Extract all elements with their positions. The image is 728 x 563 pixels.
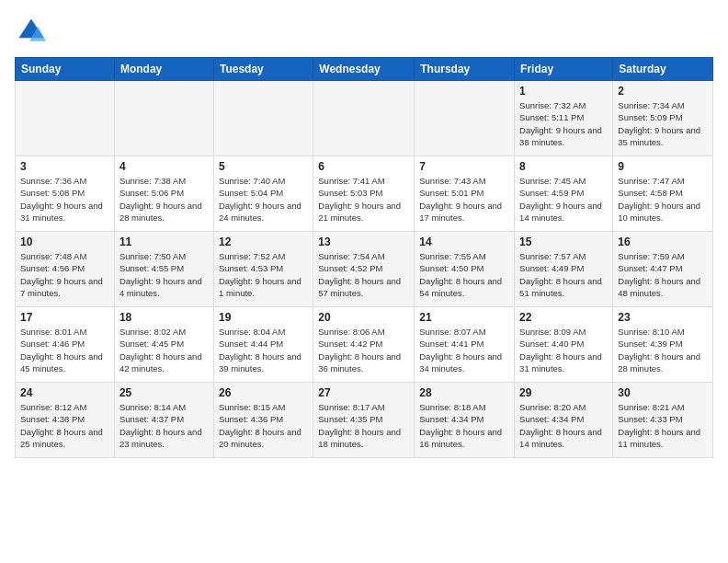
day-info: Sunrise: 7:54 AM Sunset: 4:52 PM Dayligh… [318,250,409,299]
day-number: 3 [20,160,109,173]
calendar-cell: 6Sunrise: 7:41 AM Sunset: 5:03 PM Daylig… [313,156,415,232]
day-info: Sunrise: 8:07 AM Sunset: 4:41 PM Dayligh… [419,326,509,374]
day-info: Sunrise: 7:55 AM Sunset: 4:50 PM Dayligh… [419,250,509,299]
calendar-cell [415,81,515,156]
day-info: Sunrise: 7:40 AM Sunset: 5:04 PM Dayligh… [219,175,308,224]
day-number: 22 [519,311,608,324]
calendar-cell: 24Sunrise: 8:12 AM Sunset: 4:38 PM Dayli… [16,383,115,458]
day-number: 13 [318,236,409,248]
day-info: Sunrise: 7:38 AM Sunset: 5:06 PM Dayligh… [119,175,209,224]
day-info: Sunrise: 8:20 AM Sunset: 4:34 PM Dayligh… [519,401,608,450]
day-info: Sunrise: 7:41 AM Sunset: 5:03 PM Dayligh… [318,175,409,224]
week-row-4: 17Sunrise: 8:01 AM Sunset: 4:46 PM Dayli… [16,307,713,383]
day-number: 1 [519,85,608,98]
calendar-cell: 8Sunrise: 7:45 AM Sunset: 4:59 PM Daylig… [515,156,613,232]
weekday-monday: Monday [114,58,213,81]
calendar-cell: 29Sunrise: 8:20 AM Sunset: 4:34 PM Dayli… [515,383,613,458]
calendar-cell: 4Sunrise: 7:38 AM Sunset: 5:06 PM Daylig… [114,156,213,232]
day-number: 19 [219,311,308,324]
day-number: 9 [618,160,708,173]
calendar-cell: 12Sunrise: 7:52 AM Sunset: 4:53 PM Dayli… [213,232,313,307]
calendar-cell [16,81,115,156]
day-info: Sunrise: 8:09 AM Sunset: 4:40 PM Dayligh… [519,326,608,374]
calendar-cell: 13Sunrise: 7:54 AM Sunset: 4:52 PM Dayli… [313,232,415,307]
weekday-header-row: SundayMondayTuesdayWednesdayThursdayFrid… [16,58,713,81]
calendar-cell: 18Sunrise: 8:02 AM Sunset: 4:45 PM Dayli… [114,307,213,383]
calendar-cell: 26Sunrise: 8:15 AM Sunset: 4:36 PM Dayli… [213,383,313,458]
calendar-cell: 1Sunrise: 7:32 AM Sunset: 5:11 PM Daylig… [515,81,613,156]
day-info: Sunrise: 8:14 AM Sunset: 4:37 PM Dayligh… [119,401,209,450]
day-info: Sunrise: 7:59 AM Sunset: 4:47 PM Dayligh… [618,250,708,299]
day-info: Sunrise: 8:02 AM Sunset: 4:45 PM Dayligh… [119,326,209,374]
day-number: 14 [419,236,509,248]
week-row-3: 10Sunrise: 7:48 AM Sunset: 4:56 PM Dayli… [16,232,713,307]
week-row-5: 24Sunrise: 8:12 AM Sunset: 4:38 PM Dayli… [16,383,713,458]
calendar-cell: 27Sunrise: 8:17 AM Sunset: 4:35 PM Dayli… [313,383,415,458]
calendar-cell: 19Sunrise: 8:04 AM Sunset: 4:44 PM Dayli… [213,307,313,383]
week-row-2: 3Sunrise: 7:36 AM Sunset: 5:08 PM Daylig… [16,156,713,232]
day-number: 12 [219,236,308,248]
day-number: 28 [419,386,509,399]
weekday-friday: Friday [515,58,613,81]
day-info: Sunrise: 8:12 AM Sunset: 4:38 PM Dayligh… [20,401,109,450]
calendar-cell: 7Sunrise: 7:43 AM Sunset: 5:01 PM Daylig… [415,156,515,232]
day-number: 26 [219,386,308,399]
day-number: 16 [618,236,708,248]
day-number: 7 [419,160,509,173]
day-number: 6 [318,160,409,173]
logo [15,15,51,48]
day-number: 17 [20,311,109,324]
day-number: 2 [618,85,708,98]
day-info: Sunrise: 8:17 AM Sunset: 4:35 PM Dayligh… [318,401,409,450]
day-number: 24 [20,386,109,399]
calendar-cell: 15Sunrise: 7:57 AM Sunset: 4:49 PM Dayli… [515,232,613,307]
day-info: Sunrise: 7:32 AM Sunset: 5:11 PM Dayligh… [519,99,608,148]
day-number: 11 [119,236,209,248]
day-info: Sunrise: 8:10 AM Sunset: 4:39 PM Dayligh… [618,326,708,374]
day-number: 18 [119,311,209,324]
header [15,15,713,48]
day-info: Sunrise: 7:57 AM Sunset: 4:49 PM Dayligh… [519,250,608,299]
calendar-cell [313,81,415,156]
calendar-cell [213,81,313,156]
day-number: 25 [119,386,209,399]
calendar-cell: 20Sunrise: 8:06 AM Sunset: 4:42 PM Dayli… [313,307,415,383]
day-info: Sunrise: 8:01 AM Sunset: 4:46 PM Dayligh… [20,326,109,374]
day-number: 10 [20,236,109,248]
calendar-cell: 25Sunrise: 8:14 AM Sunset: 4:37 PM Dayli… [114,383,213,458]
weekday-tuesday: Tuesday [213,58,313,81]
day-info: Sunrise: 7:45 AM Sunset: 4:59 PM Dayligh… [519,175,608,224]
calendar-cell: 11Sunrise: 7:50 AM Sunset: 4:55 PM Dayli… [114,232,213,307]
logo-icon [15,15,48,48]
day-info: Sunrise: 8:21 AM Sunset: 4:33 PM Dayligh… [618,401,708,450]
day-number: 29 [519,386,608,399]
day-number: 30 [618,386,708,399]
day-number: 27 [318,386,409,399]
day-info: Sunrise: 8:06 AM Sunset: 4:42 PM Dayligh… [318,326,409,374]
calendar-cell: 14Sunrise: 7:55 AM Sunset: 4:50 PM Dayli… [415,232,515,307]
weekday-sunday: Sunday [16,58,115,81]
day-number: 5 [219,160,308,173]
day-number: 8 [519,160,608,173]
day-info: Sunrise: 7:47 AM Sunset: 4:58 PM Dayligh… [618,175,708,224]
calendar-cell [114,81,213,156]
page: SundayMondayTuesdayWednesdayThursdayFrid… [0,0,728,467]
day-number: 23 [618,311,708,324]
day-info: Sunrise: 8:18 AM Sunset: 4:34 PM Dayligh… [419,401,509,450]
calendar-cell: 17Sunrise: 8:01 AM Sunset: 4:46 PM Dayli… [16,307,115,383]
day-info: Sunrise: 7:52 AM Sunset: 4:53 PM Dayligh… [219,250,308,299]
calendar-cell: 16Sunrise: 7:59 AM Sunset: 4:47 PM Dayli… [613,232,713,307]
day-info: Sunrise: 7:34 AM Sunset: 5:09 PM Dayligh… [618,99,708,148]
day-info: Sunrise: 8:04 AM Sunset: 4:44 PM Dayligh… [219,326,308,374]
weekday-wednesday: Wednesday [313,58,415,81]
calendar-table: SundayMondayTuesdayWednesdayThursdayFrid… [15,57,713,458]
day-info: Sunrise: 8:15 AM Sunset: 4:36 PM Dayligh… [219,401,308,450]
day-number: 15 [519,236,608,248]
day-number: 20 [318,311,409,324]
day-info: Sunrise: 7:48 AM Sunset: 4:56 PM Dayligh… [20,250,109,299]
day-number: 21 [419,311,509,324]
day-number: 4 [119,160,209,173]
calendar-cell: 9Sunrise: 7:47 AM Sunset: 4:58 PM Daylig… [613,156,713,232]
day-info: Sunrise: 7:43 AM Sunset: 5:01 PM Dayligh… [419,175,509,224]
weekday-saturday: Saturday [613,58,713,81]
